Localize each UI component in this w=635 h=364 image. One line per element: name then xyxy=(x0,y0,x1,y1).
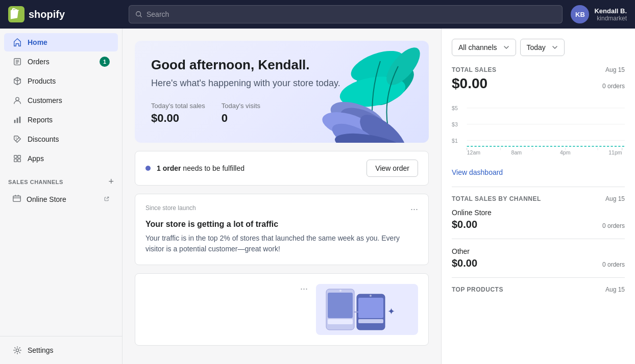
sidebar-item-settings-label: Settings xyxy=(28,346,54,354)
reports-icon xyxy=(12,115,22,125)
total-sales-orders: 0 orders xyxy=(602,83,625,90)
online-store-label: Online Store xyxy=(27,195,66,203)
online-store-channel-orders: 0 orders xyxy=(602,222,625,229)
total-sales-value: $0.00 xyxy=(151,112,205,125)
other-channel-value: $0.00 xyxy=(452,257,477,269)
sidebar-item-apps-label: Apps xyxy=(28,154,44,163)
search-icon xyxy=(135,11,142,18)
svg-point-32 xyxy=(339,290,341,292)
home-icon xyxy=(12,37,22,47)
orders-icon xyxy=(12,57,22,67)
alert-rest: needs to be fulfilled xyxy=(181,164,245,172)
svg-point-33 xyxy=(370,295,372,297)
online-store-icon xyxy=(12,194,21,204)
logo-text: shopify xyxy=(29,9,65,20)
svg-rect-27 xyxy=(328,293,353,318)
preview-illustration: ✦ xyxy=(321,287,413,332)
channel-filter-label: All channels xyxy=(458,43,497,51)
customers-icon xyxy=(12,95,22,106)
svg-text:4pm: 4pm xyxy=(560,149,571,155)
online-store-channel-value: $0.00 xyxy=(452,219,477,230)
svg-point-14 xyxy=(16,349,18,351)
svg-rect-7 xyxy=(19,117,21,123)
time-filter-dropdown[interactable]: Today xyxy=(520,39,565,56)
svg-rect-9 xyxy=(14,155,17,158)
sidebar-item-apps[interactable]: Apps xyxy=(4,149,118,168)
divider-2 xyxy=(452,239,625,239)
alert-card: 1 order needs to be fulfilled View order xyxy=(135,151,429,186)
sidebar-item-products[interactable]: Products xyxy=(4,72,118,90)
svg-text:$1: $1 xyxy=(452,138,458,144)
preview-card: ··· ✦ xyxy=(135,273,429,346)
total-sales-label: Today's total sales xyxy=(151,102,205,110)
traffic-info-card: Since store launch ··· Your store is get… xyxy=(135,194,429,265)
panel-controls: All channels Today xyxy=(452,39,625,56)
alert-bold: 1 order xyxy=(157,164,181,172)
online-store-value-row: $0.00 0 orders xyxy=(452,219,625,230)
card-title: Your store is getting a lot of traffic xyxy=(145,220,418,229)
other-value-row: $0.00 0 orders xyxy=(452,257,625,269)
svg-rect-5 xyxy=(14,120,16,123)
sidebar-item-settings[interactable]: Settings xyxy=(4,341,118,359)
svg-rect-30 xyxy=(358,298,383,318)
visits-stat: Today's visits 0 xyxy=(222,102,260,125)
online-store-channel-name: Online Store xyxy=(452,209,625,217)
discounts-icon xyxy=(12,134,22,144)
other-channel: Other $0.00 0 orders xyxy=(452,247,625,269)
svg-text:✦: ✦ xyxy=(387,306,395,317)
main-layout: Home Orders 1 Products Customers Repor xyxy=(0,29,635,364)
divider-3 xyxy=(452,277,625,278)
svg-text:12am: 12am xyxy=(467,149,481,155)
svg-text:11pm: 11pm xyxy=(608,149,622,155)
chevron-down-icon xyxy=(503,44,509,50)
total-sales-chart-value: $0.00 xyxy=(452,75,487,92)
svg-rect-11 xyxy=(14,159,17,162)
svg-rect-6 xyxy=(17,118,18,123)
sidebar-item-customers[interactable]: Customers xyxy=(4,91,118,110)
sidebar-item-discounts[interactable]: Discounts xyxy=(4,130,118,148)
preview-image: ✦ xyxy=(316,284,418,335)
svg-point-8 xyxy=(16,138,17,139)
by-channel-date: Aug 15 xyxy=(605,195,625,202)
sidebar-item-online-store[interactable]: Online Store xyxy=(4,190,118,209)
card-menu-icon[interactable]: ··· xyxy=(410,204,418,214)
svg-text:8am: 8am xyxy=(511,149,522,155)
view-dashboard-link[interactable]: View dashboard xyxy=(452,168,625,176)
sidebar: Home Orders 1 Products Customers Repor xyxy=(0,29,123,364)
chart-area: $5 $3 $1 12am 8am 4pm 11pm xyxy=(452,97,625,158)
card-body: Your traffic is in the top 2% of stores … xyxy=(145,233,418,254)
sidebar-item-reports-label: Reports xyxy=(28,116,53,124)
add-channel-icon[interactable]: + xyxy=(108,176,114,187)
apps-icon xyxy=(12,153,22,164)
view-order-button[interactable]: View order xyxy=(367,160,418,177)
sidebar-item-home-label: Home xyxy=(28,38,47,46)
alert-dot xyxy=(145,166,151,171)
other-channel-name: Other xyxy=(452,247,625,255)
preview-menu-icon[interactable]: ··· xyxy=(300,284,308,293)
total-sales-stat: Today's total sales $0.00 xyxy=(151,102,205,125)
sales-channels-title: SALES CHANNELS xyxy=(8,179,63,185)
by-channel-label: TOTAL SALES BY CHANNEL xyxy=(452,195,541,202)
sales-channels-section: SALES CHANNELS + xyxy=(0,168,122,189)
channel-filter-dropdown[interactable]: All channels xyxy=(452,39,516,56)
preview-content: ··· xyxy=(145,284,308,299)
avatar[interactable]: KB xyxy=(571,5,589,23)
svg-rect-13 xyxy=(13,196,20,202)
orders-badge: 1 xyxy=(100,57,110,67)
chevron-down-icon-2 xyxy=(552,44,558,50)
user-name: Kendall B. xyxy=(594,7,627,15)
divider-1 xyxy=(452,187,625,187)
search-bar[interactable]: Search xyxy=(129,5,563,23)
svg-rect-10 xyxy=(18,155,20,158)
svg-point-4 xyxy=(16,97,19,100)
search-placeholder: Search xyxy=(146,10,169,18)
sidebar-item-orders[interactable]: Orders 1 xyxy=(4,53,118,71)
card-header: Since store launch ··· xyxy=(145,204,418,214)
sidebar-item-home[interactable]: Home xyxy=(4,33,118,51)
visits-label: Today's visits xyxy=(222,102,260,110)
sidebar-item-reports[interactable]: Reports xyxy=(4,111,118,129)
svg-text:$3: $3 xyxy=(452,121,458,127)
svg-rect-12 xyxy=(18,159,20,162)
svg-rect-28 xyxy=(328,319,353,324)
sidebar-item-customers-label: Customers xyxy=(28,96,62,105)
